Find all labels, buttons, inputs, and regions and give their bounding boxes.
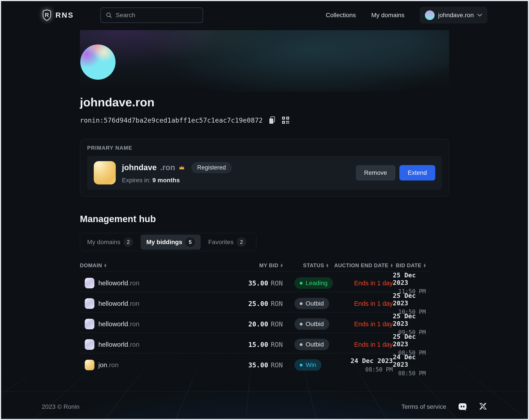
auction-end-date: Ends in 1 day (354, 280, 393, 287)
account-menu[interactable]: johndave.ron (420, 7, 487, 23)
expires-value: 9 months (153, 177, 180, 184)
table-header: DOMAIN▲▼ MY BID▲▼ STATUS▲▼ AUCTION END D… (80, 259, 430, 271)
sort-icon: ▲▼ (326, 263, 329, 268)
rns-logo[interactable]: R RNS (42, 9, 74, 21)
copy-icon[interactable] (268, 116, 276, 124)
domain-thumbnail (85, 278, 94, 288)
bid-currency: RON (271, 341, 283, 349)
tab-favorites[interactable]: Favorites 2 (202, 235, 252, 250)
bid-currency: RON (271, 300, 283, 308)
expires-row: Expires in: 9 months (122, 177, 232, 184)
biddings-table: DOMAIN▲▼ MY BID▲▼ STATUS▲▼ AUCTION END D… (80, 259, 430, 374)
tab-count-badge: 2 (123, 237, 133, 247)
search-icon (106, 12, 112, 18)
status-dot-icon (300, 364, 303, 366)
tab-count-badge: 5 (185, 237, 195, 247)
bid-amount: 35.00 (249, 279, 268, 287)
crown-icon (179, 165, 185, 170)
column-header-my-bid[interactable]: MY BID▲▼ (203, 262, 283, 269)
profile-banner (80, 30, 449, 92)
sort-icon: ▲▼ (280, 263, 283, 268)
chevron-down-icon (477, 14, 482, 16)
table-row[interactable]: helloworld.ron 35.00RON Leading Ends in … (80, 271, 430, 292)
tab-my-domains[interactable]: My domains 2 (81, 235, 139, 250)
ronin-shield-icon: R (42, 9, 52, 21)
management-hub-title: Management hub (80, 214, 449, 224)
auction-end-date: Ends in 1 day (354, 341, 393, 348)
search-input[interactable] (116, 12, 198, 19)
status-badge: Outbid (294, 298, 329, 309)
auction-end-date: Ends in 1 day (354, 321, 393, 327)
domain-thumbnail (85, 319, 94, 329)
wallet-address: ronin:576d94d7ba2e9ced1abff1ec57c1eac7c1… (80, 116, 263, 124)
page-title: johndave.ron (80, 95, 449, 109)
bid-amount: 15.00 (249, 341, 268, 349)
table-row[interactable]: jon.ron 35.00RON Win 24 Dec 202308:50 PM… (80, 353, 430, 374)
bid-date: 25 Dec 202310:50 PM (393, 292, 430, 315)
remove-button[interactable]: Remove (356, 165, 396, 180)
bid-amount: 20.00 (249, 320, 268, 328)
tab-my-biddings[interactable]: My biddings 5 (141, 235, 201, 250)
bid-date: 25 Dec 202309:50 PM (393, 312, 430, 336)
search-box[interactable] (100, 7, 203, 23)
tab-label: My biddings (146, 239, 182, 246)
wallet-address-row: ronin:576d94d7ba2e9ced1abff1ec57c1eac7c1… (80, 116, 449, 124)
column-header-auction-end-date[interactable]: AUCTION END DATE▲▼ (349, 262, 393, 269)
footer: 2023 © Ronin Terms of service (42, 400, 487, 413)
table-row[interactable]: helloworld.ron 15.00RON Outbid Ends in 1… (80, 333, 430, 353)
domain-name: helloworld.ron (98, 279, 140, 287)
terms-of-service-link[interactable]: Terms of service (401, 403, 446, 410)
management-tabs: My domains 2 My biddings 5 Favorites 2 (80, 233, 256, 251)
tab-count-badge: 2 (237, 237, 246, 247)
column-header-bid-date[interactable]: BID DATE▲▼ (393, 262, 430, 269)
account-avatar (425, 10, 435, 20)
table-row[interactable]: helloworld.ron 20.00RON Outbid Ends in 1… (80, 312, 430, 333)
bid-currency: RON (271, 361, 283, 369)
primary-name-item: johndave.ron Registered Expires in: 9 mo… (87, 156, 442, 190)
profile-avatar (80, 44, 116, 80)
nav-link-collections[interactable]: Collections (326, 12, 356, 19)
extend-button[interactable]: Extend (399, 165, 435, 180)
status-dot-icon (300, 323, 303, 325)
bid-amount: 25.00 (249, 300, 268, 308)
status-dot-icon (300, 343, 303, 346)
column-header-domain[interactable]: DOMAIN▲▼ (80, 262, 203, 269)
brand-name: RNS (55, 11, 74, 19)
auction-end-date: 24 Dec 202308:50 PM (349, 357, 393, 373)
tab-label: Favorites (208, 239, 234, 246)
status-badge: Win (294, 359, 321, 371)
top-navigation: R RNS Collections My domains johndave.ro… (0, 0, 529, 30)
x-twitter-icon[interactable] (479, 403, 487, 411)
status-badge: Outbid (294, 318, 329, 330)
domain-thumbnail (94, 161, 116, 184)
domain-name: jon.ron (98, 361, 119, 369)
bid-currency: RON (271, 279, 283, 287)
domain-name: helloworld.ron (98, 341, 140, 348)
status-dot-icon (300, 282, 303, 285)
bid-amount: 35.00 (249, 361, 268, 369)
domain-name: helloworld.ron (98, 320, 140, 328)
bid-date: 24 Dec 202308:50 PM (393, 353, 430, 377)
tab-label: My domains (87, 239, 120, 246)
domain-thumbnail (85, 298, 94, 309)
domain-name: helloworld.ron (98, 300, 140, 307)
domain-thumbnail (85, 360, 94, 370)
auction-end-date: Ends in 1 day (354, 300, 393, 307)
svg-text:R: R (45, 12, 49, 18)
expires-label: Expires in: (122, 177, 151, 184)
nav-link-my-domains[interactable]: My domains (371, 12, 404, 19)
table-row[interactable]: helloworld.ron 25.00RON Outbid Ends in 1… (80, 292, 430, 312)
qr-code-icon[interactable] (282, 116, 290, 124)
status-badge: Registered (191, 162, 232, 173)
primary-name-actions: Remove Extend (356, 165, 435, 180)
nav-links: Collections My domains johndave.ron (326, 7, 487, 23)
domain-thumbnail (85, 339, 94, 350)
sort-icon: ▲▼ (423, 263, 426, 268)
primary-name-card: PRIMARY NAME johndave.ron Registered Exp… (80, 139, 449, 197)
discord-icon[interactable] (458, 402, 467, 411)
primary-domain-suffix: .ron (160, 163, 175, 172)
sort-icon: ▲▼ (104, 263, 106, 268)
status-badge: Outbid (294, 339, 329, 350)
primary-name-info: johndave.ron Registered Expires in: 9 mo… (122, 162, 232, 184)
main-content: johndave.ron ronin:576d94d7ba2e9ced1abff… (0, 30, 529, 374)
